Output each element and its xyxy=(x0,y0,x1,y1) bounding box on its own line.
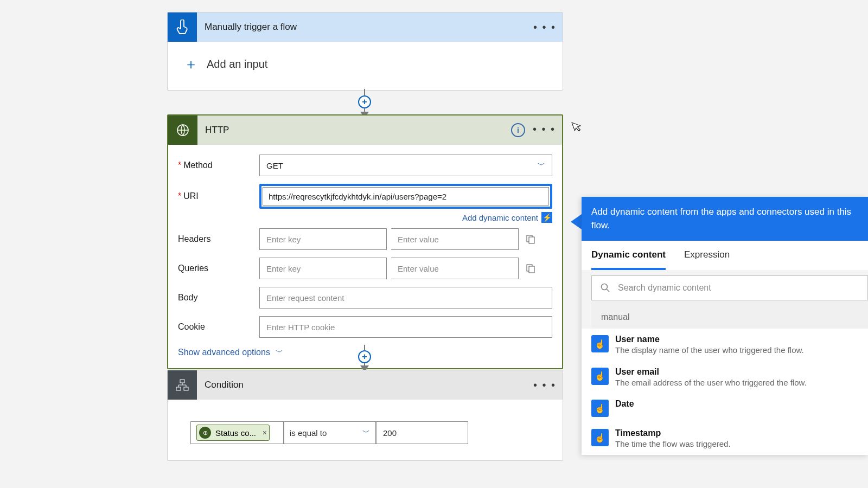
svg-line-9 xyxy=(607,289,609,292)
add-input-label: Add an input xyxy=(207,58,267,70)
insert-step-button[interactable]: + xyxy=(358,95,371,108)
method-label: *Method xyxy=(178,160,259,170)
uri-label: *URI xyxy=(178,191,259,201)
uri-field-focus: https://reqrescytkjfcdykhtdyk.in/api/use… xyxy=(259,184,552,209)
plus-icon: ＋ xyxy=(184,55,198,74)
trigger-card: Manually trigger a flow • • • ＋ Add an i… xyxy=(167,12,563,91)
svg-point-8 xyxy=(602,284,608,290)
branch-icon xyxy=(168,370,197,400)
cookie-label: Cookie xyxy=(178,322,259,332)
chevron-down-icon: ﹀ xyxy=(362,428,370,438)
dynamic-section-label: manual xyxy=(591,300,868,329)
svg-rect-5 xyxy=(180,380,184,383)
dynamic-panel-header: Add dynamic content from the apps and co… xyxy=(582,197,868,241)
dynamic-item-timestamp[interactable]: ☝ Timestamp The time the flow was trigge… xyxy=(582,422,868,455)
http-menu-button[interactable]: • • • xyxy=(533,123,556,137)
info-icon[interactable]: i xyxy=(511,123,525,137)
condition-left-operand[interactable]: ⊕ Status co... × xyxy=(190,421,284,444)
svg-rect-2 xyxy=(529,237,534,243)
http-title: HTTP xyxy=(197,125,511,136)
http-header[interactable]: HTTP i • • • xyxy=(168,115,562,145)
trigger-title: Manually trigger a flow xyxy=(197,22,533,33)
headers-key-input[interactable]: Enter key xyxy=(259,228,387,250)
add-input-button[interactable]: ＋ Add an input xyxy=(168,42,563,90)
globe-icon: ⊕ xyxy=(199,427,211,439)
panel-pointer xyxy=(571,214,582,229)
condition-title: Condition xyxy=(197,380,533,390)
search-icon xyxy=(601,283,610,293)
uri-input[interactable]: https://reqrescytkjfcdykhtdyk.in/api/use… xyxy=(263,187,549,206)
dynamic-content-list: ☝ User name The display name of the user… xyxy=(582,329,868,455)
manual-trigger-icon: ☝ xyxy=(591,335,609,352)
dynamic-search-input[interactable]: Search dynamic content xyxy=(591,275,868,300)
manual-trigger-icon: ☝ xyxy=(591,368,609,385)
status-code-token[interactable]: ⊕ Status co... × xyxy=(196,425,270,441)
queries-value-input[interactable]: Enter value xyxy=(391,258,519,279)
svg-rect-7 xyxy=(184,387,188,390)
remove-token-button[interactable]: × xyxy=(263,428,267,437)
manual-trigger-icon xyxy=(168,12,197,42)
dynamic-content-panel: Add dynamic content from the apps and co… xyxy=(582,197,868,455)
trigger-header[interactable]: Manually trigger a flow • • • xyxy=(168,12,563,42)
dynamic-item-user-name[interactable]: ☝ User name The display name of the user… xyxy=(582,329,868,361)
globe-icon xyxy=(168,115,197,145)
chevron-down-icon: ﹀ xyxy=(276,348,283,357)
method-select[interactable]: GET ﹀ xyxy=(259,155,552,176)
dynamic-content-icon: ⚡ xyxy=(541,212,552,223)
headers-copy-button[interactable] xyxy=(523,234,538,244)
tab-expression[interactable]: Expression xyxy=(684,249,730,270)
connector: + xyxy=(363,345,366,372)
chevron-down-icon: ﹀ xyxy=(538,160,545,170)
condition-value-input[interactable]: 200 xyxy=(376,421,468,444)
tab-dynamic-content[interactable]: Dynamic content xyxy=(591,249,666,270)
dynamic-item-date[interactable]: ☝ Date xyxy=(582,393,868,422)
condition-card: Condition • • • ⊕ Status co... × is equa… xyxy=(167,370,563,461)
body-label: Body xyxy=(178,293,259,303)
insert-step-button[interactable]: + xyxy=(358,350,371,363)
connector: + xyxy=(363,89,366,118)
condition-menu-button[interactable]: • • • xyxy=(533,379,556,391)
svg-rect-6 xyxy=(176,387,181,390)
cookie-input[interactable]: Enter HTTP cookie xyxy=(259,316,552,338)
queries-key-input[interactable]: Enter key xyxy=(259,258,387,279)
manual-trigger-icon: ☝ xyxy=(591,400,609,417)
svg-rect-4 xyxy=(529,266,534,273)
manual-trigger-icon: ☝ xyxy=(591,429,609,446)
headers-value-input[interactable]: Enter value xyxy=(391,228,519,250)
condition-operator-select[interactable]: is equal to ﹀ xyxy=(284,421,376,444)
queries-copy-button[interactable] xyxy=(523,264,538,273)
queries-label: Queries xyxy=(178,264,259,273)
method-value: GET xyxy=(266,161,283,170)
dynamic-item-user-email[interactable]: ☝ User email The email address of the us… xyxy=(582,361,868,394)
body-input[interactable]: Enter request content xyxy=(259,287,552,309)
add-dynamic-content-link[interactable]: Add dynamic content ⚡ xyxy=(462,212,552,223)
headers-label: Headers xyxy=(178,234,259,244)
trigger-menu-button[interactable]: • • • xyxy=(533,21,556,34)
condition-header[interactable]: Condition • • • xyxy=(168,370,563,400)
http-card: HTTP i • • • *Method GET ﹀ *URI xyxy=(167,114,563,369)
mouse-cursor xyxy=(571,119,584,133)
